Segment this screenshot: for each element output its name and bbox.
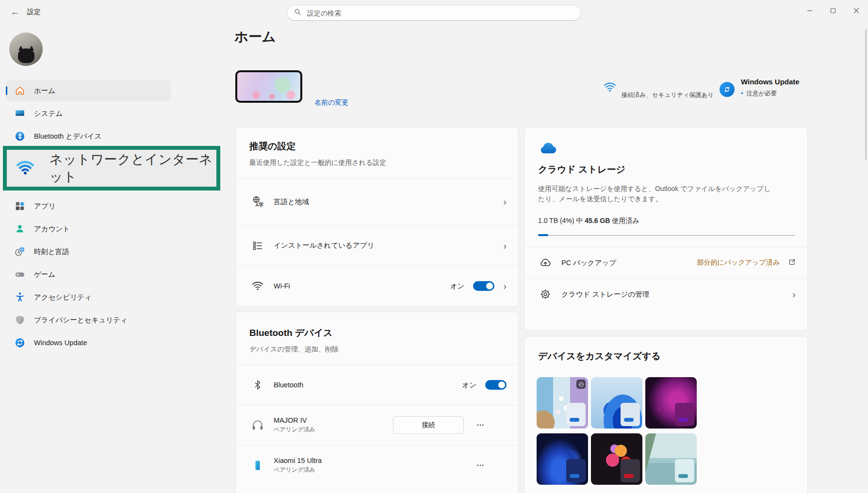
bluetooth-toggle[interactable] — [485, 380, 507, 390]
row-device-major-iv[interactable]: MAJOR IV ペアリング済み 接続 ••• — [236, 405, 518, 445]
sidebar-item-label: ホーム — [34, 86, 55, 95]
theme-badge-icon — [576, 380, 586, 389]
bluetooth-row-icon — [250, 379, 265, 391]
attention-bullet: • — [741, 90, 743, 97]
storage-usage-text: 1.0 TB (4%) 中 45.6 GB 使用済み — [538, 217, 797, 225]
theme-thumbnail-bloom-dark[interactable] — [537, 433, 588, 485]
windows-update-status-icon[interactable] — [720, 82, 735, 97]
more-options-icon[interactable]: ••• — [473, 463, 489, 468]
card-title: 推奨の設定 — [249, 140, 505, 153]
row-language-region[interactable]: A字 言語と地域 › — [236, 178, 518, 225]
system-icon — [14, 107, 26, 120]
row-label: Bluetooth — [274, 381, 453, 389]
user-avatar[interactable] — [9, 32, 43, 66]
customize-device-card: デバイスをカスタマイズする — [524, 336, 808, 493]
row-wifi[interactable]: Wi-Fi オン › — [236, 266, 518, 306]
connect-button[interactable]: 接続 — [393, 416, 464, 434]
theme-thumbnail-lake[interactable] — [645, 433, 697, 485]
wifi-row-icon — [250, 281, 265, 291]
privacy-shield-icon — [14, 314, 26, 326]
headphones-icon — [250, 418, 265, 432]
accessibility-icon — [14, 291, 26, 303]
accounts-icon — [14, 223, 26, 235]
apps-icon — [14, 200, 26, 212]
cloud-icon — [538, 148, 558, 156]
sidebar-item-label: アプリ — [34, 202, 56, 211]
language-region-icon: A字 — [250, 195, 265, 208]
chevron-right-icon: › — [503, 197, 507, 207]
chevron-right-icon: › — [792, 289, 796, 299]
wifi-icon — [15, 158, 36, 179]
row-label: PC バックアップ — [561, 258, 688, 268]
sidebar-item-label: プライバシーとセキュリティ — [34, 316, 128, 325]
device-status: ペアリング済み — [274, 466, 464, 474]
search-input[interactable] — [306, 9, 574, 17]
wifi-status-icon[interactable] — [603, 81, 617, 95]
cloud-storage-card: クラウド ストレージ 使用可能なストレージを使用すると、Outlook でファイ… — [524, 127, 808, 331]
chevron-right-icon: › — [503, 241, 507, 251]
sidebar-item-accounts[interactable]: アカウント — [6, 219, 171, 239]
phone-icon — [250, 459, 265, 472]
sidebar-item-label: アクセシビリティ — [34, 293, 92, 302]
sidebar-item-bluetooth-devices[interactable]: Bluetooth とデバイス — [6, 126, 171, 146]
theme-thumbnail-flower-dark[interactable] — [591, 433, 642, 485]
row-device-xiaomi[interactable]: Xiaomi 15 Ultra ペアリング済み ••• — [236, 445, 518, 485]
sidebar-item-gaming[interactable]: ゲーム — [6, 264, 171, 285]
svg-text:字: 字 — [258, 202, 263, 207]
window-controls — [798, 0, 868, 23]
cloud-description: 使用可能なストレージを使用すると、Outlook でファイルをバックアップしたり… — [538, 184, 771, 204]
cat-photo — [18, 48, 34, 63]
row-label: クラウド ストレージの管理 — [561, 290, 784, 299]
row-label: インストールされているアプリ — [274, 241, 494, 250]
page-title: ホーム — [234, 28, 276, 46]
toggle-state-label: オン — [450, 282, 465, 291]
storage-progress-bar — [538, 234, 795, 236]
row-label: Wi-Fi — [274, 282, 442, 290]
installed-apps-icon — [250, 240, 265, 252]
bluetooth-devices-card: Bluetooth デバイス デバイスの管理、追加、削除 Bluetooth オ… — [235, 312, 519, 493]
device-name: MAJOR IV — [274, 416, 384, 424]
close-button[interactable] — [845, 0, 868, 21]
theme-thumbnail-glow-purple[interactable] — [645, 377, 697, 429]
sidebar-item-label: 時刻と言語 — [34, 247, 69, 256]
row-installed-apps[interactable]: インストールされているアプリ › — [236, 225, 518, 266]
row-label: 言語と地域 — [274, 197, 494, 207]
windows-update-status-text: •注意が必要 — [741, 90, 777, 98]
sidebar-item-home[interactable]: ホーム — [6, 80, 171, 101]
back-button[interactable]: ← — [7, 5, 23, 19]
wifi-toggle[interactable] — [473, 281, 494, 291]
sidebar-item-privacy[interactable]: プライバシーとセキュリティ — [6, 310, 171, 330]
device-wallpaper-thumbnail — [235, 70, 302, 103]
theme-thumbnail-blossom[interactable] — [537, 377, 588, 429]
sidebar-item-label: Bluetooth とデバイス — [34, 132, 102, 141]
recommended-settings-card: 推奨の設定 最近使用した設定と一般的に使用される設定 A字 言語と地域 › イン… — [235, 127, 519, 307]
rename-device-link[interactable]: 名前の変更 — [314, 98, 348, 107]
sidebar-item-windows-update[interactable]: Windows Update — [6, 333, 171, 353]
card-subtitle: デバイスの管理、追加、削除 — [249, 345, 505, 354]
sidebar-item-apps[interactable]: アプリ — [6, 196, 171, 216]
card-title: デバイスをカスタマイズする — [538, 350, 794, 363]
row-pc-backup[interactable]: PC バックアップ 部分的にバックアップ済み — [524, 247, 807, 279]
search-box[interactable] — [287, 5, 581, 21]
maximize-button[interactable] — [821, 0, 845, 21]
sidebar-item-time-language[interactable]: 時刻と言語 — [6, 241, 171, 262]
gear-icon — [538, 288, 553, 300]
network-item-annotation[interactable]: ネットワークとインターネット — [3, 146, 220, 191]
minimize-button[interactable] — [798, 0, 821, 21]
windows-update-status-title: Windows Update — [741, 78, 800, 86]
more-options-icon[interactable]: ••• — [473, 423, 489, 428]
sidebar-item-system[interactable]: システム — [6, 103, 171, 124]
theme-thumbnail-bloom-light[interactable] — [591, 377, 642, 429]
sidebar-item-label: システム — [34, 109, 63, 118]
search-icon — [294, 8, 301, 17]
bluetooth-icon — [14, 130, 26, 143]
app-title: 設定 — [27, 8, 41, 16]
sidebar-item-accessibility[interactable]: アクセシビリティ — [6, 287, 171, 307]
card-title: クラウド ストレージ — [538, 163, 797, 176]
scrollbar[interactable] — [865, 29, 867, 160]
row-manage-cloud-storage[interactable]: クラウド ストレージの管理 › — [524, 279, 807, 310]
time-language-icon — [14, 245, 26, 258]
sidebar-item-label: アカウント — [34, 224, 70, 234]
row-bluetooth-toggle[interactable]: Bluetooth オン — [236, 365, 518, 405]
windows-update-icon — [14, 336, 26, 349]
